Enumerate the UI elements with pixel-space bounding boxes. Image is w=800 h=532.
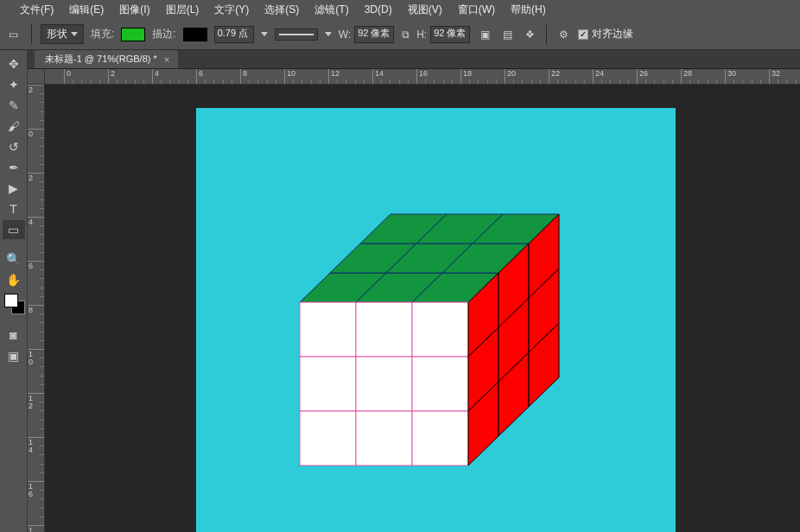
menu-type[interactable]: 文字(Y): [207, 1, 256, 19]
stroke-color-swatch[interactable]: [183, 28, 207, 41]
ruler-vertical[interactable]: 2024681012141618: [28, 85, 45, 532]
fill-label: 填充:: [91, 27, 114, 41]
pen-tool[interactable]: ✒: [3, 158, 25, 177]
ruler-horizontal[interactable]: 0246810121416182022242628303234: [45, 69, 800, 85]
menu-select[interactable]: 选择(S): [257, 1, 306, 19]
document-tab[interactable]: 未标题-1 @ 71%(RGB/8) * ×: [35, 50, 178, 68]
svg-marker-12: [300, 357, 356, 411]
svg-marker-10: [356, 302, 412, 357]
checkbox-icon: ✓: [578, 29, 588, 40]
hand-tool[interactable]: ✋: [3, 270, 25, 289]
type-tool[interactable]: T: [3, 200, 25, 218]
move-tool[interactable]: ✥: [3, 54, 25, 73]
brush-tool[interactable]: 🖌: [3, 117, 25, 136]
width-label: W:: [339, 28, 351, 41]
canvas-viewport[interactable]: 0246810121416182022242628303234 20246810…: [28, 69, 800, 532]
align-edges-checkbox[interactable]: ✓ 对齐边缘: [578, 27, 633, 41]
fg-bg-color[interactable]: [3, 294, 25, 318]
gear-icon[interactable]: ⚙: [556, 27, 571, 42]
menu-edit[interactable]: 编辑(E): [62, 1, 111, 19]
menu-file[interactable]: 文件(F): [13, 1, 60, 19]
eyedropper-tool[interactable]: ✎: [3, 96, 25, 115]
path-select-tool[interactable]: ▶: [3, 179, 25, 198]
path-align-icon[interactable]: ▣: [477, 27, 492, 42]
tool-options-bar: ▭ 形状 填充: 描边: 0.79 点 W: 92 像素 ⧉ H: 92 像素 …: [0, 19, 800, 50]
stroke-label: 描边:: [152, 27, 175, 41]
menu-layer[interactable]: 图层(L): [159, 1, 206, 19]
path-arrange-icon[interactable]: ▤: [499, 27, 515, 42]
menu-image[interactable]: 图像(I): [112, 1, 156, 19]
zoom-tool[interactable]: 🔍: [3, 250, 25, 269]
cube-artwork: [287, 190, 598, 484]
chevron-down-icon[interactable]: [325, 32, 332, 36]
svg-marker-17: [412, 411, 468, 466]
rectangle-tool[interactable]: ▭: [3, 220, 25, 239]
document-area: 未标题-1 @ 71%(RGB/8) * × 02468101214161820…: [28, 50, 800, 532]
svg-marker-9: [300, 302, 356, 357]
shape-mode-combo[interactable]: 形状: [41, 24, 84, 44]
stroke-width-input[interactable]: 0.79 点: [214, 26, 254, 43]
align-edges-label: 对齐边缘: [592, 27, 633, 41]
menu-bar: 文件(F) 编辑(E) 图像(I) 图层(L) 文字(Y) 选择(S) 滤镜(T…: [0, 0, 800, 19]
stroke-style-combo[interactable]: [275, 28, 318, 41]
solid-line-icon: [279, 34, 314, 35]
svg-marker-15: [300, 411, 356, 466]
height-label: H:: [416, 28, 427, 41]
menu-view[interactable]: 视图(V): [401, 1, 449, 19]
separator: [31, 24, 32, 45]
ruler-origin[interactable]: [28, 69, 45, 85]
magic-wand-tool[interactable]: ✦: [3, 75, 25, 94]
close-icon[interactable]: ×: [164, 54, 169, 65]
separator: [546, 24, 547, 45]
document-tab-strip: 未标题-1 @ 71%(RGB/8) * ×: [28, 50, 800, 69]
svg-marker-14: [412, 357, 468, 411]
workspace: ✥ ✦ ✎ 🖌 ↺ ✒ ▶ T ▭ 🔍 ✋ ◙ ▣ 未标题-1 @ 71%(RG…: [0, 50, 800, 532]
width-input[interactable]: 92 像素: [354, 26, 394, 43]
svg-marker-13: [356, 357, 412, 411]
chevron-down-icon: [71, 32, 78, 36]
fill-color-swatch[interactable]: [121, 28, 145, 41]
canvas[interactable]: [196, 108, 676, 532]
tool-preset-icon[interactable]: ▭: [9, 28, 22, 41]
history-brush-tool[interactable]: ↺: [3, 137, 25, 156]
path-options-icon[interactable]: ❖: [522, 27, 537, 42]
quick-mask-tool[interactable]: ◙: [3, 326, 25, 345]
document-tab-title: 未标题-1 @ 71%(RGB/8) *: [45, 53, 157, 66]
svg-marker-16: [356, 411, 412, 466]
menu-window[interactable]: 窗口(W): [451, 1, 502, 19]
menu-3d[interactable]: 3D(D): [358, 2, 399, 17]
screen-mode-tool[interactable]: ▣: [3, 346, 25, 365]
chevron-down-icon[interactable]: [261, 32, 268, 36]
foreground-color-swatch[interactable]: [4, 294, 18, 307]
menu-help[interactable]: 帮助(H): [504, 1, 553, 19]
shape-mode-label: 形状: [47, 27, 67, 41]
svg-marker-11: [412, 302, 468, 357]
height-input[interactable]: 92 像素: [430, 26, 470, 43]
toolbox: ✥ ✦ ✎ 🖌 ↺ ✒ ▶ T ▭ 🔍 ✋ ◙ ▣: [0, 50, 28, 532]
link-icon[interactable]: ⧉: [397, 27, 413, 42]
menu-filter[interactable]: 滤镜(T): [308, 1, 355, 19]
